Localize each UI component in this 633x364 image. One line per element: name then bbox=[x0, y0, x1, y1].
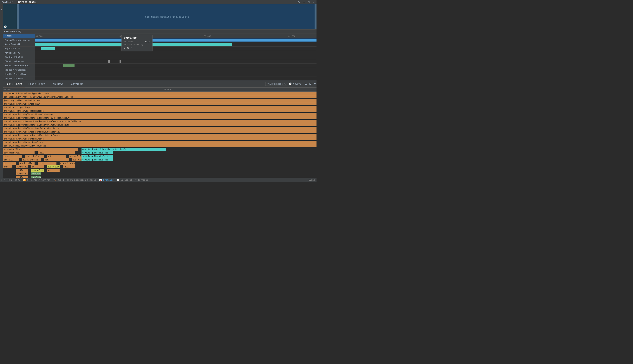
close-button[interactable]: × bbox=[312, 0, 315, 4]
call-bar-21a[interactable]: inst... bbox=[3, 165, 12, 168]
call-bar-16b[interactable]: com.hfy.demo01.MainActivity.testHandler bbox=[82, 148, 166, 151]
status-db[interactable]: 🗄 DB Execution Console bbox=[67, 179, 96, 181]
call-bar-23a[interactable]: rinflate... bbox=[16, 172, 28, 175]
call-bar-18a[interactable]: ensur... bbox=[3, 155, 22, 158]
call-bar-19c[interactable]: set... bbox=[44, 158, 69, 161]
timeline-finalizer-row[interactable] bbox=[35, 64, 316, 68]
call-bar-24b[interactable]: newInstance bbox=[31, 176, 40, 178]
call-bar-3[interactable]: android.app.ActivityThread.main bbox=[3, 102, 316, 105]
timeline-async1-row[interactable] bbox=[35, 46, 316, 51]
thread-row-10[interactable]: HeapTaskDaemon bbox=[3, 76, 35, 80]
status-run[interactable]: ▶ 4: Run bbox=[2, 179, 12, 181]
call-bar-20a[interactable]: get... bbox=[3, 162, 16, 165]
call-bar-8[interactable]: android.app.servertransaction.Transactio… bbox=[3, 120, 316, 123]
sidebar-icon-1[interactable]: □ bbox=[1, 5, 2, 7]
call-bar-21c[interactable]: po... bbox=[31, 165, 44, 168]
call-bar-18c[interactable]: set... bbox=[47, 155, 66, 158]
timeline-handler2-row[interactable] bbox=[35, 76, 316, 80]
timeline-main-row[interactable] bbox=[35, 38, 316, 42]
thread-label-5: Binder:13054_8 bbox=[5, 56, 23, 58]
call-bar-0[interactable]: com.android.internal.os.ZygoteInit.main bbox=[3, 92, 316, 95]
call-bar-1[interactable]: com.android.internal.os.RuntimeInit$Meth… bbox=[3, 95, 316, 98]
thread-row-main[interactable]: ≡ main bbox=[3, 34, 35, 38]
call-bar-19a[interactable]: creat... bbox=[3, 158, 19, 161]
call-bar-18b[interactable]: a.v.L.inflate bbox=[25, 155, 44, 158]
status-vcs[interactable]: 🔀 9: Version Control bbox=[23, 179, 50, 181]
call-bar-13[interactable]: android.app.Activity.performCreate bbox=[3, 137, 316, 140]
thread-row-1[interactable]: AppEyeUiProbeThre... bbox=[3, 38, 35, 42]
thread-row-9[interactable]: HandlerThreadName bbox=[3, 72, 35, 76]
call-bar-11[interactable]: android.app.ActivityThread.performLaunch… bbox=[3, 130, 316, 133]
thread-row-2[interactable]: AsyncTask #1 bbox=[3, 42, 35, 46]
call-bar-19e[interactable]: java.lang.Thread.sleep bbox=[82, 158, 113, 161]
tab-call-chart[interactable]: Call Chart bbox=[4, 81, 25, 87]
status-profiler[interactable]: 📊 Profiler bbox=[99, 179, 114, 181]
thread-row-5[interactable]: Binder:13054_8 bbox=[3, 55, 35, 59]
tab-top-down[interactable]: Top Down bbox=[48, 81, 66, 87]
call-bar-22b[interactable]: a.a.v.S.setItem bbox=[31, 168, 44, 172]
call-bar-20c[interactable]: set... bbox=[38, 162, 56, 165]
status-build[interactable]: 🔨 Build bbox=[53, 179, 64, 181]
call-bar-18e[interactable]: java.lang.Thread.sleep bbox=[82, 155, 113, 158]
call-bar-14[interactable]: android.app.Activity.performCreate bbox=[3, 141, 316, 144]
call-bar-21e[interactable]: ad... bbox=[63, 165, 75, 168]
call-bar-6[interactable]: android.app.ActivityThread$H.handleMessa… bbox=[3, 113, 316, 116]
tab-bottom-up[interactable]: Bottom Up bbox=[66, 81, 86, 87]
thread-label-2: AsyncTask #1 bbox=[5, 43, 20, 46]
timeline-async4-row[interactable] bbox=[35, 51, 316, 55]
threads-label: THREADS (37) bbox=[6, 30, 21, 33]
call-bar-12[interactable]: android.app.Instrumentation.callActivity… bbox=[3, 134, 316, 137]
status-logcat[interactable]: 📋 6: Logcat bbox=[117, 179, 132, 181]
call-bar-21b[interactable]: rinflateC... bbox=[16, 165, 28, 168]
call-bar-2[interactable]: java.lang.reflect.Method.invoke bbox=[3, 99, 316, 102]
timeline-binder-row[interactable] bbox=[35, 59, 316, 64]
call-bar-7[interactable]: android.app.servertransaction.Transactio… bbox=[3, 116, 316, 119]
cpu-right-handle[interactable] bbox=[314, 4, 316, 29]
collapse-icon[interactable]: ▼ bbox=[4, 30, 5, 32]
cpu-left-handle[interactable] bbox=[17, 4, 19, 29]
call-bar-17b[interactable]: set... bbox=[38, 151, 75, 154]
time-select[interactable]: Wall Clock Time Thread Time bbox=[265, 82, 287, 86]
status-todo[interactable]: TODO bbox=[15, 179, 20, 181]
call-bar-17a[interactable]: setContentView bbox=[3, 151, 34, 154]
status-terminal[interactable]: ⌨ Terminal bbox=[135, 179, 148, 181]
call-bar-5[interactable]: android.os.Handler.dispatchMessage bbox=[3, 109, 316, 112]
call-bar-20d[interactable]: a.a.v.S.parseMenu bbox=[60, 162, 75, 165]
call-bar-23b[interactable]: newInstance bbox=[31, 172, 40, 175]
call-bar-17c[interactable]: java.lang.Thread.sleep bbox=[82, 151, 113, 154]
call-bar-19d[interactable]: a.a.v.SupportMenuInflater.inflate bbox=[72, 158, 81, 161]
thread-row-6[interactable]: FinalizerDaemon bbox=[3, 59, 35, 64]
filter-icon[interactable]: ▼ bbox=[314, 82, 316, 85]
thread-row-3[interactable]: AsyncTask #4 bbox=[3, 46, 35, 51]
thread-row-4[interactable]: AsyncTask #5 bbox=[3, 51, 35, 55]
restore-button[interactable]: □ bbox=[307, 0, 310, 4]
call-bar-22c[interactable]: s... bbox=[47, 168, 60, 172]
tab-flame-chart[interactable]: Flame Chart bbox=[25, 81, 48, 87]
call-bar-18d[interactable]: a.a.w.Toolbar.inflateMenu bbox=[69, 155, 82, 158]
timeline-handler1-row[interactable] bbox=[35, 72, 316, 76]
timeline-async5-row[interactable] bbox=[35, 55, 316, 59]
timeline-finalizerwatchdog-row[interactable] bbox=[35, 68, 316, 72]
call-bar-16a[interactable]: setContentView bbox=[3, 148, 78, 151]
call-row-24: rinflate newInstance bbox=[3, 176, 316, 178]
thread-row-7[interactable]: FinalizerWatchdogD... bbox=[3, 64, 35, 68]
status-event[interactable]: Event bbox=[308, 179, 315, 181]
call-chart-area[interactable]: 00.000 01.000 com.android.internal.os.Zy… bbox=[3, 88, 316, 178]
call-bar-container-21: inst... rinflateC... po... a.a.v.S.addIt… bbox=[3, 165, 316, 168]
thread-row-8[interactable]: HandlerThreadName bbox=[3, 68, 35, 72]
call-bar-4[interactable]: android.os.Looper.loop bbox=[3, 106, 316, 109]
call-bar-9[interactable]: android.app.servertransaction.LaunchActi… bbox=[3, 123, 316, 126]
timeline-appeye-row[interactable] bbox=[35, 42, 316, 46]
call-bar-19b[interactable]: a.v.L.inflate bbox=[22, 158, 41, 161]
file-tab[interactable]: dmtrace.trace bbox=[16, 0, 37, 4]
call-bar-10[interactable]: android.app.ActivityThread.handleLaunchA… bbox=[3, 127, 316, 130]
call-bar-15[interactable]: com.hfy.demo01.MainActivity.onCreate bbox=[3, 144, 316, 147]
call-bar-24a[interactable]: rinflate bbox=[16, 176, 28, 178]
call-bar-22a[interactable]: rinflate bbox=[16, 168, 28, 172]
minimize-button[interactable]: − bbox=[302, 0, 306, 4]
settings-button[interactable]: ⚙ bbox=[297, 0, 301, 4]
call-bar-20b[interactable]: a.v.L.inflate bbox=[19, 162, 34, 165]
call-bar-21d[interactable]: a.a.v.S.addItem bbox=[47, 165, 60, 168]
threads-header: ▼ THREADS (37) bbox=[3, 30, 316, 34]
sidebar-icon-2[interactable]: + bbox=[1, 9, 2, 11]
